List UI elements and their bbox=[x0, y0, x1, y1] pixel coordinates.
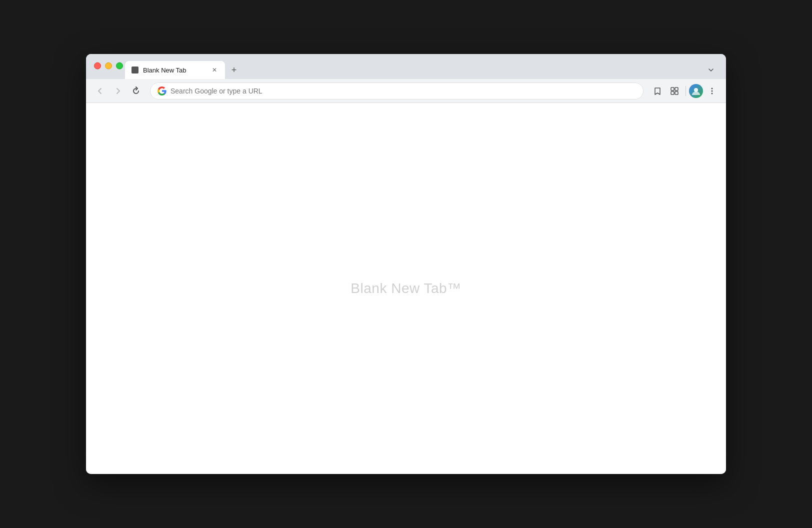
active-tab[interactable]: Blank New Tab ✕ bbox=[125, 61, 225, 79]
extensions-icon bbox=[670, 86, 679, 96]
new-tab-button[interactable]: + bbox=[227, 63, 241, 77]
extensions-button[interactable] bbox=[666, 83, 682, 99]
svg-rect-1 bbox=[675, 88, 678, 90]
reload-icon bbox=[132, 86, 140, 96]
traffic-lights bbox=[94, 62, 123, 70]
profile-avatar-icon bbox=[691, 86, 701, 96]
svg-rect-0 bbox=[671, 88, 674, 90]
browser-window: Blank New Tab ✕ + bbox=[86, 54, 726, 474]
title-bar: Blank New Tab ✕ + bbox=[86, 54, 726, 79]
svg-point-5 bbox=[712, 88, 713, 89]
address-bar[interactable] bbox=[150, 82, 644, 100]
profile-title-area bbox=[704, 63, 718, 77]
svg-point-4 bbox=[694, 88, 698, 92]
bookmark-button[interactable] bbox=[650, 83, 666, 99]
address-input[interactable] bbox=[170, 87, 636, 95]
tab-title: Blank New Tab bbox=[143, 66, 206, 74]
page-watermark: Blank New Tab™ bbox=[350, 280, 461, 296]
reload-button[interactable] bbox=[128, 83, 144, 99]
toolbar-right bbox=[650, 83, 720, 99]
profile-button[interactable] bbox=[689, 84, 703, 98]
forward-icon bbox=[114, 86, 122, 96]
svg-rect-2 bbox=[671, 92, 674, 94]
maximize-button[interactable] bbox=[116, 62, 123, 70]
tab-close-button[interactable]: ✕ bbox=[210, 66, 219, 74]
menu-icon bbox=[708, 86, 716, 96]
tabs-area: Blank New Tab ✕ + bbox=[125, 61, 704, 79]
menu-button[interactable] bbox=[704, 83, 720, 99]
google-logo-icon bbox=[158, 86, 166, 96]
svg-point-7 bbox=[712, 92, 713, 94]
back-button[interactable] bbox=[92, 83, 108, 99]
minimize-button[interactable] bbox=[105, 62, 112, 70]
tab-favicon bbox=[131, 66, 139, 74]
favicon-icon bbox=[132, 66, 138, 74]
close-button[interactable] bbox=[94, 62, 101, 70]
svg-rect-3 bbox=[675, 92, 678, 94]
svg-point-6 bbox=[712, 90, 713, 92]
nav-bar bbox=[86, 79, 726, 103]
forward-button[interactable] bbox=[110, 83, 126, 99]
bookmark-icon bbox=[653, 86, 662, 96]
chevron-down-icon[interactable] bbox=[707, 66, 715, 74]
toolbar-divider bbox=[686, 86, 686, 96]
page-content: Blank New Tab™ bbox=[86, 103, 726, 474]
back-icon bbox=[96, 86, 104, 96]
